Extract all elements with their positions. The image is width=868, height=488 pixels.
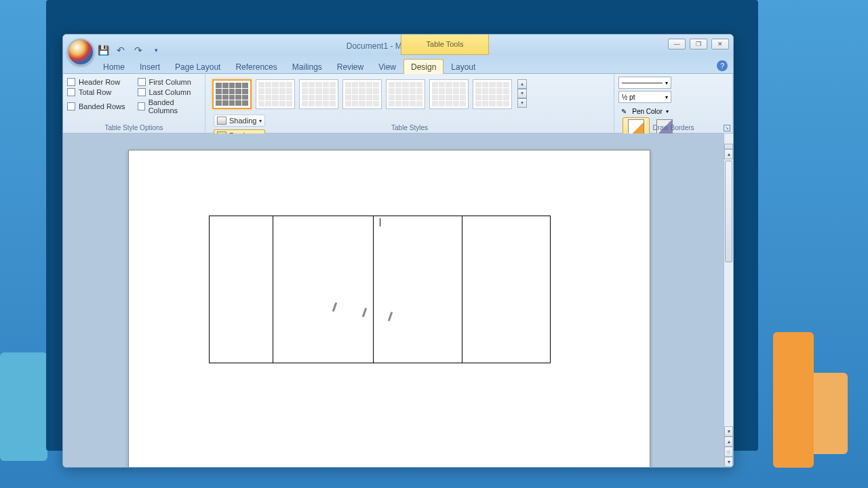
group-label: Draw Borders [614, 124, 732, 131]
line-weight-combo[interactable]: ½ pt▾ [618, 91, 671, 103]
document-area[interactable] [63, 134, 724, 467]
scroll-down-button[interactable]: ▾ [724, 426, 733, 436]
check-header-row[interactable]: Header Row [67, 78, 131, 86]
group-table-style-options: Header Row First Column Total Row Last C… [63, 74, 205, 133]
checkbox-icon [67, 78, 75, 86]
pen-icon: ✎ [621, 108, 627, 115]
check-label: First Column [149, 78, 191, 86]
tab-references[interactable]: References [228, 59, 284, 75]
desktop-decoration-left [0, 352, 47, 461]
style-thumb-2[interactable] [256, 79, 295, 109]
check-banded-rows[interactable]: Banded Rows [67, 98, 131, 115]
ribbon: Header Row First Column Total Row Last C… [63, 74, 733, 134]
style-thumb-4[interactable] [342, 79, 382, 109]
pen-color-button[interactable]: ✎Pen Color▾ [618, 105, 671, 117]
minimize-button[interactable]: — [668, 39, 686, 49]
maximize-button[interactable]: ❐ [690, 39, 707, 49]
line-weight-value: ½ pt [622, 94, 635, 101]
check-label: Total Row [79, 88, 111, 96]
check-banded-columns[interactable]: Banded Columns [138, 98, 201, 115]
check-label: Header Row [79, 78, 120, 86]
titlebar: 💾 ↶ ↷ ▾ Document1 - Microsoft Word Table… [63, 35, 733, 74]
tab-home[interactable]: Home [96, 59, 132, 75]
style-thumb-1[interactable] [212, 79, 252, 109]
help-button[interactable]: ? [717, 60, 728, 71]
group-table-styles: ▴ ▾ ▾ Shading▾ Borders▾ Table Styles [205, 74, 614, 133]
check-total-row[interactable]: Total Row [67, 88, 131, 96]
check-first-column[interactable]: First Column [138, 78, 201, 86]
pen-color-label: Pen Color [632, 108, 662, 115]
dropdown-icon: ▾ [665, 94, 668, 100]
text-cursor [380, 218, 380, 226]
line-preview-icon [622, 83, 663, 83]
check-label: Last Column [149, 88, 191, 96]
table-style-gallery: ▴ ▾ ▾ [210, 77, 530, 112]
document-page[interactable] [128, 150, 650, 467]
checkbox-icon [138, 78, 146, 86]
scrollbar-thumb[interactable] [725, 161, 732, 262]
dropdown-icon: ▾ [665, 80, 668, 86]
previous-page-button[interactable]: ▴ [724, 436, 733, 447]
document-table[interactable] [209, 216, 551, 363]
gallery-scroll-down[interactable]: ▾ [517, 89, 527, 98]
vertical-scrollbar[interactable]: ▴ ▾ ▴ ○ ▾ [724, 134, 733, 467]
style-thumb-3[interactable] [299, 79, 338, 109]
group-draw-borders: ▾ ½ pt▾ ✎Pen Color▾ Draw Table Eraser Dr… [614, 74, 733, 133]
checkbox-icon [138, 88, 146, 96]
tab-layout[interactable]: Layout [443, 59, 483, 75]
tab-design[interactable]: Design [403, 59, 443, 75]
close-button[interactable]: ✕ [711, 39, 729, 49]
dropdown-icon: ▾ [259, 118, 262, 124]
checkbox-icon [138, 102, 145, 110]
checkbox-icon [67, 88, 75, 96]
tab-page-layout[interactable]: Page Layout [167, 59, 228, 75]
check-label: Banded Rows [79, 102, 125, 110]
tab-mailings[interactable]: Mailings [285, 59, 330, 75]
check-label: Banded Columns [149, 98, 201, 115]
group-label: Table Style Options [63, 124, 205, 131]
group-label: Table Styles [205, 124, 614, 131]
tab-view[interactable]: View [371, 59, 403, 75]
group-launcher[interactable]: ↘ [724, 125, 730, 131]
checkbox-icon [67, 102, 75, 110]
contextual-tab-label: Table Tools [401, 35, 489, 55]
next-page-button[interactable]: ▾ [724, 457, 733, 467]
scroll-up-button[interactable]: ▴ [724, 149, 733, 159]
tab-review[interactable]: Review [330, 59, 371, 75]
style-thumb-5[interactable] [386, 79, 425, 109]
style-thumb-7[interactable] [473, 79, 512, 109]
split-handle[interactable] [724, 144, 733, 149]
window-controls: — ❐ ✕ [668, 39, 729, 49]
dropdown-icon: ▾ [666, 108, 669, 115]
browse-object-button[interactable]: ○ [724, 447, 733, 457]
style-thumb-6[interactable] [429, 79, 469, 109]
tab-insert[interactable]: Insert [132, 59, 167, 75]
desktop-decoration-right [773, 332, 814, 468]
window-title: Document1 - Microsoft Word [63, 41, 733, 51]
gallery-scroll: ▴ ▾ ▾ [517, 79, 527, 109]
ribbon-tabstrip: Home Insert Page Layout References Maili… [96, 59, 483, 75]
gallery-scroll-up[interactable]: ▴ [517, 79, 527, 89]
word-window: 💾 ↶ ↷ ▾ Document1 - Microsoft Word Table… [62, 34, 734, 468]
gallery-more-button[interactable]: ▾ [517, 98, 527, 108]
line-style-combo[interactable]: ▾ [618, 77, 671, 89]
check-last-column[interactable]: Last Column [138, 88, 201, 96]
